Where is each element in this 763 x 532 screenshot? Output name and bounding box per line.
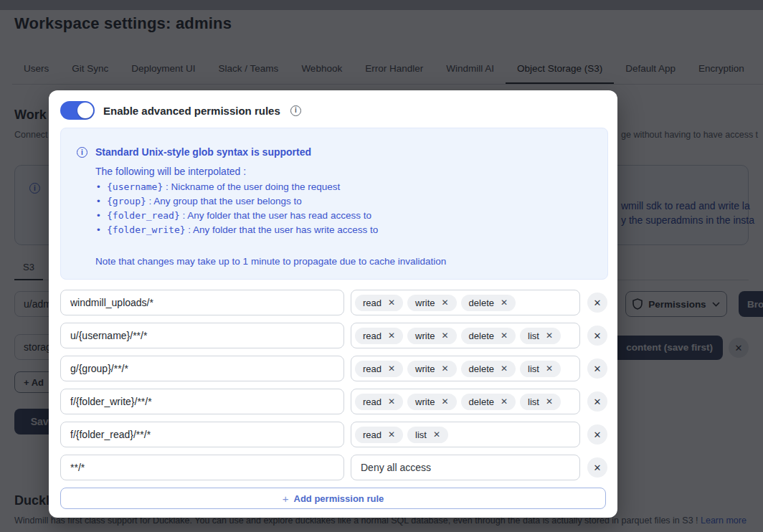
remove-rule-button[interactable]: ✕ bbox=[587, 391, 607, 412]
cache-note: Note that changes may take up to 1 minut… bbox=[95, 256, 446, 267]
remove-permission-icon[interactable]: ✕ bbox=[501, 397, 508, 406]
permission-tag-label: delete bbox=[469, 331, 494, 341]
glob-syntax-info-content: Standard Unix-style glob syntax is suppo… bbox=[95, 146, 446, 279]
interpolation-item: {group} : Any group that the user belong… bbox=[95, 194, 446, 209]
permission-tag-read: read✕ bbox=[355, 361, 403, 377]
interpolation-description: : Any group that the user belongs to bbox=[146, 196, 302, 206]
permission-tag-label: write bbox=[415, 331, 435, 341]
remove-permission-icon[interactable]: ✕ bbox=[433, 430, 440, 439]
permission-rule-row: read✕write✕delete✕list✕✕ bbox=[60, 356, 606, 381]
deny-all-access-box[interactable]: Deny all access bbox=[351, 455, 580, 480]
remove-rule-button[interactable]: ✕ bbox=[587, 457, 607, 478]
info-intro: The following will be interpolated : bbox=[95, 166, 446, 177]
permissions-tag-box[interactable]: read✕list✕ bbox=[351, 422, 580, 447]
interpolation-token: {group} bbox=[107, 196, 146, 206]
enable-advanced-permissions-toggle[interactable] bbox=[60, 101, 95, 120]
interpolation-item: {username} : Nickname of the user doing … bbox=[95, 180, 446, 194]
toggle-knob bbox=[77, 103, 93, 118]
permission-tag-delete: delete✕ bbox=[461, 295, 516, 311]
remove-permission-icon[interactable]: ✕ bbox=[442, 331, 449, 340]
permission-tag-label: list bbox=[528, 396, 539, 407]
plus-icon: + bbox=[283, 493, 289, 505]
interpolation-description: : Any folder that the user has write acc… bbox=[186, 224, 379, 235]
permission-tag-label: read bbox=[363, 331, 382, 341]
add-rule-label: Add permission rule bbox=[294, 493, 384, 504]
permission-tag-label: list bbox=[528, 364, 539, 374]
interpolation-token: {folder_write} bbox=[107, 224, 186, 235]
permissions-tag-box[interactable]: read✕write✕delete✕list✕ bbox=[351, 323, 580, 348]
permission-tag-delete: delete✕ bbox=[461, 394, 516, 410]
permission-tag-label: write bbox=[415, 298, 435, 308]
interpolation-token: {username} bbox=[107, 181, 163, 192]
permission-tag-label: delete bbox=[469, 396, 494, 407]
remove-permission-icon[interactable]: ✕ bbox=[546, 397, 553, 406]
permission-tag-label: write bbox=[415, 396, 435, 407]
permission-tag-write: write✕ bbox=[407, 361, 457, 377]
interpolation-item: {folder_read} : Any folder that the user… bbox=[95, 209, 446, 223]
toggle-label: Enable advanced permission rules bbox=[103, 105, 280, 117]
add-permission-rule-button[interactable]: + Add permission rule bbox=[60, 488, 606, 509]
permission-tag-list: list✕ bbox=[520, 361, 561, 377]
permission-tag-write: write✕ bbox=[407, 328, 457, 344]
remove-permission-icon[interactable]: ✕ bbox=[546, 364, 553, 373]
rule-pattern-input[interactable] bbox=[60, 455, 344, 480]
interpolation-item: {folder_write} : Any folder that the use… bbox=[95, 223, 446, 237]
rule-pattern-input[interactable] bbox=[60, 422, 344, 447]
info-icon: i bbox=[77, 147, 87, 158]
rule-pattern-input[interactable] bbox=[60, 356, 344, 381]
remove-permission-icon[interactable]: ✕ bbox=[442, 364, 449, 373]
rule-pattern-input[interactable] bbox=[60, 290, 344, 315]
remove-rule-button[interactable]: ✕ bbox=[587, 424, 607, 445]
remove-rule-button[interactable]: ✕ bbox=[587, 358, 607, 379]
rule-pattern-input[interactable] bbox=[60, 389, 344, 414]
permission-tag-write: write✕ bbox=[407, 394, 457, 410]
permissions-tag-box[interactable]: read✕write✕delete✕list✕ bbox=[351, 356, 580, 381]
permission-tag-read: read✕ bbox=[355, 394, 403, 410]
permission-tag-list: list✕ bbox=[520, 328, 561, 344]
rule-pattern-input[interactable] bbox=[60, 323, 344, 348]
interpolation-description: : Any folder that the user has read acce… bbox=[180, 210, 371, 221]
remove-permission-icon[interactable]: ✕ bbox=[442, 298, 449, 307]
remove-permission-icon[interactable]: ✕ bbox=[388, 298, 395, 307]
remove-permission-icon[interactable]: ✕ bbox=[388, 331, 395, 340]
permission-tag-label: read bbox=[363, 364, 382, 374]
enable-toggle-row: Enable advanced permission rules i bbox=[60, 101, 301, 120]
permission-tag-label: read bbox=[363, 429, 382, 440]
permission-rule-row: read✕write✕delete✕list✕✕ bbox=[60, 323, 606, 348]
permission-tag-label: read bbox=[363, 396, 382, 407]
deny-all-access-label: Deny all access bbox=[361, 462, 431, 473]
remove-permission-icon[interactable]: ✕ bbox=[442, 397, 449, 406]
permission-tag-label: delete bbox=[469, 298, 494, 308]
remove-rule-button[interactable]: ✕ bbox=[587, 293, 607, 313]
permission-rule-row: read✕write✕delete✕✕ bbox=[60, 290, 606, 315]
permission-tag-delete: delete✕ bbox=[461, 328, 516, 344]
remove-permission-icon[interactable]: ✕ bbox=[388, 364, 395, 373]
advanced-permissions-modal: Enable advanced permission rules i i Sta… bbox=[49, 90, 617, 518]
info-title: Standard Unix-style glob syntax is suppo… bbox=[95, 146, 446, 158]
permission-tag-write: write✕ bbox=[407, 295, 457, 311]
info-icon: i bbox=[290, 105, 301, 116]
glob-syntax-info-panel: i Standard Unix-style glob syntax is sup… bbox=[60, 128, 608, 280]
permissions-tag-box[interactable]: read✕write✕delete✕ bbox=[351, 290, 580, 315]
permission-tag-read: read✕ bbox=[355, 328, 403, 344]
remove-rule-button[interactable]: ✕ bbox=[587, 326, 607, 346]
permission-tag-label: read bbox=[363, 298, 382, 308]
remove-permission-icon[interactable]: ✕ bbox=[388, 397, 395, 406]
permissions-tag-box[interactable]: read✕write✕delete✕list✕ bbox=[351, 389, 580, 414]
permission-tag-list: list✕ bbox=[407, 427, 448, 443]
remove-permission-icon[interactable]: ✕ bbox=[546, 331, 553, 340]
permission-tag-delete: delete✕ bbox=[461, 361, 516, 377]
permission-tag-label: list bbox=[415, 429, 427, 440]
remove-permission-icon[interactable]: ✕ bbox=[388, 430, 395, 439]
interpolation-list: {username} : Nickname of the user doing … bbox=[95, 180, 446, 237]
permission-tag-label: list bbox=[528, 331, 539, 341]
permission-rule-row: read✕write✕delete✕list✕✕ bbox=[60, 389, 606, 414]
permission-tag-read: read✕ bbox=[355, 427, 403, 443]
permission-tag-label: delete bbox=[469, 364, 494, 374]
permission-rule-row: Deny all access✕ bbox=[60, 455, 606, 480]
interpolation-token: {folder_read} bbox=[107, 210, 180, 221]
remove-permission-icon[interactable]: ✕ bbox=[501, 298, 508, 307]
remove-permission-icon[interactable]: ✕ bbox=[501, 364, 508, 373]
remove-permission-icon[interactable]: ✕ bbox=[501, 331, 508, 340]
permission-rule-row: read✕list✕✕ bbox=[60, 422, 606, 447]
